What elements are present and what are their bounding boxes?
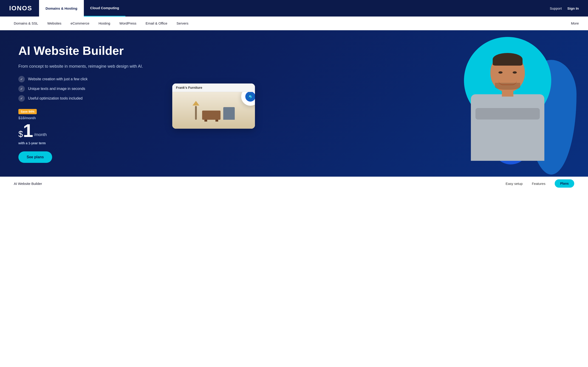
brand-logo: IONOS bbox=[9, 5, 32, 12]
support-link[interactable]: Support bbox=[550, 6, 562, 10]
signin-button[interactable]: Sign In bbox=[567, 6, 579, 10]
hero-section: AI Website Builder From concept to websi… bbox=[0, 30, 588, 177]
easy-setup-link[interactable]: Easy setup bbox=[506, 182, 523, 186]
person-smile bbox=[498, 81, 517, 85]
lamp-group bbox=[192, 101, 199, 120]
hero-content: AI Website Builder From concept to websi… bbox=[18, 44, 156, 163]
secondary-nav: Domains & SSL Websites eCommerce Hosting… bbox=[0, 17, 588, 30]
leg-right bbox=[216, 120, 218, 122]
feature-text-3: Useful optimization tools included bbox=[28, 96, 82, 100]
bottom-sticky-bar: AI Website Builder Easy setup Features P… bbox=[0, 177, 588, 190]
top-nav-tabs: Domains & Hosting Cloud Computing bbox=[39, 0, 125, 17]
save-badge: Save 94% bbox=[18, 109, 37, 114]
person-illustration bbox=[459, 46, 556, 161]
ai-icon-svg bbox=[245, 92, 255, 102]
original-price: $18/month bbox=[18, 116, 156, 120]
bottom-bar-title: AI Website Builder bbox=[14, 182, 42, 186]
see-plans-button[interactable]: See plans bbox=[18, 151, 52, 163]
pricing-block: Save 94% $18/month $ 1 /month with a 1-y… bbox=[18, 109, 156, 145]
person-eye-left bbox=[498, 71, 502, 74]
check-icon-1: ✓ bbox=[18, 76, 25, 82]
more-link[interactable]: More bbox=[571, 21, 579, 25]
price-row: $ 1 /month bbox=[18, 122, 156, 140]
plans-button[interactable]: Plans bbox=[555, 179, 574, 188]
lamp-pole bbox=[195, 106, 197, 120]
sideboard-body bbox=[202, 110, 221, 120]
check-icon-2: ✓ bbox=[18, 85, 25, 92]
nav-websites[interactable]: Websites bbox=[43, 17, 66, 30]
price-period: /month bbox=[34, 132, 47, 140]
hero-subtitle: From concept to website in moments, reim… bbox=[18, 63, 156, 69]
laptop-screen bbox=[172, 92, 255, 129]
tab-cloud-computing[interactable]: Cloud Computing bbox=[84, 0, 126, 17]
laptop-card-inner: Frank's Furniture bbox=[172, 83, 255, 129]
person-eye-right bbox=[513, 71, 517, 74]
chair-body bbox=[223, 107, 235, 120]
sideboard-group bbox=[202, 110, 221, 120]
svg-point-2 bbox=[249, 95, 251, 97]
feature-item-2: ✓ Unique texts and image in seconds bbox=[18, 85, 156, 92]
tab-domains-hosting[interactable]: Domains & Hosting bbox=[39, 0, 84, 17]
nav-email-office[interactable]: Email & Office bbox=[141, 17, 172, 30]
person-arms bbox=[476, 108, 540, 119]
feature-item-3: ✓ Useful optimization tools included bbox=[18, 95, 156, 102]
svg-point-3 bbox=[251, 97, 252, 98]
feature-text-1: Website creation with just a few click bbox=[28, 77, 87, 81]
feature-text-2: Unique texts and image in seconds bbox=[28, 87, 85, 91]
lamp-shade bbox=[192, 101, 199, 106]
leg-left bbox=[204, 120, 207, 122]
nav-servers[interactable]: Servers bbox=[172, 17, 193, 30]
person-shirt bbox=[471, 94, 544, 161]
feature-list: ✓ Website creation with just a few click… bbox=[18, 76, 156, 102]
nav-ecommerce[interactable]: eCommerce bbox=[66, 17, 94, 30]
nav-domains-ssl[interactable]: Domains & SSL bbox=[9, 17, 43, 30]
feature-item-1: ✓ Website creation with just a few click bbox=[18, 76, 156, 82]
hero-visual: Frank's Furniture bbox=[156, 46, 570, 161]
furniture-items bbox=[188, 99, 239, 122]
bottom-bar-links: Easy setup Features Plans bbox=[506, 179, 574, 188]
nav-hosting[interactable]: Hosting bbox=[94, 17, 115, 30]
price-dollar: $ bbox=[18, 130, 23, 138]
features-link[interactable]: Features bbox=[532, 182, 545, 186]
secondary-nav-links: Domains & SSL Websites eCommerce Hosting… bbox=[9, 17, 193, 30]
top-bar: IONOS Domains & Hosting Cloud Computing … bbox=[0, 0, 588, 17]
person-head bbox=[490, 53, 525, 92]
price-number: 1 bbox=[23, 122, 33, 140]
nav-wordpress[interactable]: WordPress bbox=[115, 17, 141, 30]
check-icon-3: ✓ bbox=[18, 95, 25, 102]
price-term: with a 1-year term bbox=[18, 141, 156, 145]
laptop-card-header: Frank's Furniture bbox=[172, 83, 255, 92]
hero-title: AI Website Builder bbox=[18, 44, 156, 58]
person-hair bbox=[493, 53, 523, 66]
top-right-nav: Support Sign In bbox=[550, 6, 579, 10]
